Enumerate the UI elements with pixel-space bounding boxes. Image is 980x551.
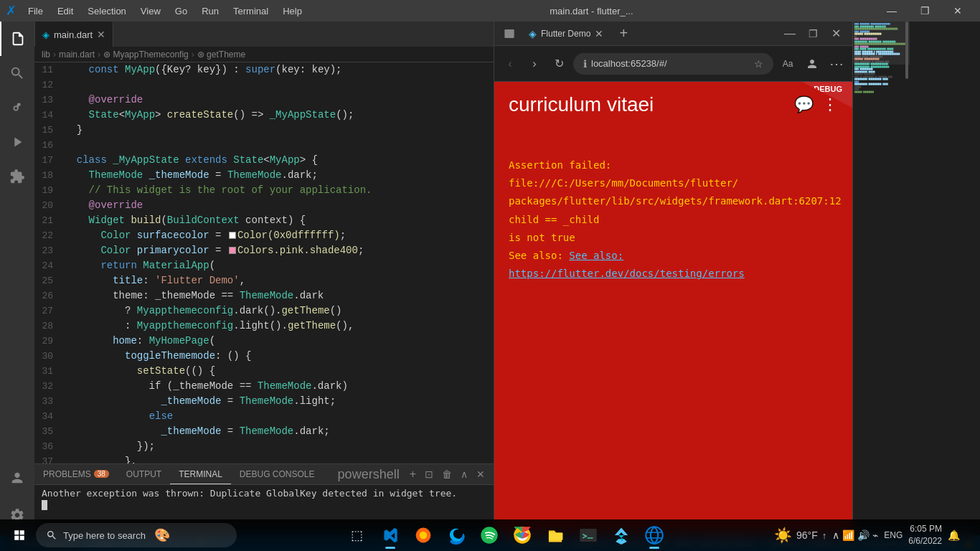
extensions-icon[interactable] bbox=[0, 159, 34, 194]
code-line-17: 17 class _MyAppState extends State<MyApp… bbox=[34, 153, 494, 168]
browser-app-title: curriculum vitaei bbox=[509, 93, 654, 116]
taskbar-flutter[interactable] bbox=[606, 519, 637, 551]
close-panel-button[interactable]: ✕ bbox=[473, 467, 488, 481]
code-line-37: 37 }, bbox=[34, 454, 494, 463]
activity-bar bbox=[0, 22, 34, 535]
window-title: main.dart - flutter_... bbox=[311, 6, 872, 17]
menu-bar: ✗ File Edit Selection View Go Run Termin… bbox=[0, 0, 980, 22]
run-debug-icon[interactable] bbox=[0, 125, 34, 159]
code-line-13: 13 @override bbox=[34, 93, 494, 108]
tab-terminal[interactable]: TERMINAL bbox=[170, 464, 231, 484]
new-browser-tab-button[interactable]: + bbox=[613, 24, 633, 44]
error-link[interactable]: See also: https://flutter.dev/docs/testi… bbox=[509, 250, 745, 279]
browser-close-button[interactable]: ✕ bbox=[825, 27, 847, 40]
menu-file[interactable]: File bbox=[22, 4, 49, 18]
start-button[interactable] bbox=[6, 522, 33, 549]
browser-favicon: ◈ bbox=[529, 28, 537, 39]
menu-help[interactable]: Help bbox=[277, 4, 308, 18]
lock-icon: ℹ bbox=[583, 58, 587, 70]
editor-area: ◈ main.dart ✕ lib › main.dart › ⊛ MyappT… bbox=[34, 22, 494, 535]
search-icon[interactable] bbox=[0, 56, 34, 90]
breadcrumb-class[interactable]: ⊛ MyappThemeconfig bbox=[103, 50, 189, 60]
notifications-button[interactable]: 🔔 bbox=[948, 529, 960, 541]
debug-badge: DEBUG bbox=[802, 82, 852, 108]
code-editor[interactable]: 11 const MyApp({Key? key}) : super(key: … bbox=[34, 62, 494, 463]
minimize-button[interactable]: — bbox=[875, 0, 908, 22]
breadcrumb-file[interactable]: main.dart bbox=[59, 50, 95, 60]
taskbar-task-view[interactable]: ⬚ bbox=[341, 519, 373, 551]
show-desktop-button[interactable] bbox=[966, 527, 974, 543]
url-input[interactable] bbox=[591, 58, 750, 69]
forward-button[interactable]: › bbox=[524, 54, 545, 74]
browser-tab-close[interactable]: ✕ bbox=[595, 28, 603, 39]
editor-tab-main-dart[interactable]: ◈ main.dart ✕ bbox=[34, 22, 113, 47]
taskbar-chrome[interactable] bbox=[507, 519, 538, 551]
source-control-icon[interactable] bbox=[0, 90, 34, 125]
svg-rect-0 bbox=[504, 29, 514, 38]
taskbar-firefox[interactable] bbox=[407, 519, 439, 551]
flutter-error: Assertion failed: file:///C:/Users/mm/Do… bbox=[494, 128, 852, 311]
tab-debug-console[interactable]: DEBUG CONSOLE bbox=[231, 464, 324, 484]
menu-run[interactable]: Run bbox=[196, 4, 225, 18]
menu-selection[interactable]: Selection bbox=[82, 4, 131, 18]
new-terminal-button[interactable]: + bbox=[407, 466, 419, 482]
code-line-27: 27 ? Myappthemeconfig.dark().getTheme() bbox=[34, 303, 494, 319]
minimap-scrollbar[interactable] bbox=[905, 22, 908, 79]
system-tray[interactable]: ∧ 📶 🔊 ⌁ bbox=[832, 529, 878, 541]
tab-label: main.dart bbox=[54, 29, 93, 40]
clock[interactable]: 6:05 PM 6/6/2022 bbox=[908, 523, 942, 547]
time-display: 6:05 PM bbox=[908, 523, 942, 535]
kill-terminal-button[interactable]: 🗑 bbox=[439, 467, 455, 481]
taskbar-spotify[interactable] bbox=[473, 519, 505, 551]
temperature: 96°F bbox=[796, 529, 818, 541]
language-icon[interactable]: ENG bbox=[884, 530, 903, 540]
maximize-button[interactable]: ❐ bbox=[908, 0, 941, 22]
back-button[interactable]: ‹ bbox=[500, 54, 520, 74]
editor-tab-bar: ◈ main.dart ✕ bbox=[34, 22, 494, 47]
taskbar-icons: ⬚ bbox=[240, 519, 771, 551]
code-line-35: 35 _themeMode = ThemeMode.dark; bbox=[34, 424, 494, 439]
taskbar-edge[interactable] bbox=[440, 519, 472, 551]
url-bar[interactable]: ℹ ☆ bbox=[573, 53, 773, 75]
code-line-36: 36 }); bbox=[34, 439, 494, 454]
window-controls: — ❐ ✕ bbox=[875, 0, 974, 22]
split-terminal-button[interactable]: ⊡ bbox=[422, 467, 436, 481]
breadcrumb-method[interactable]: ⊛ getTheme bbox=[197, 50, 245, 60]
taskbar-vscode[interactable] bbox=[374, 519, 406, 551]
code-line-32: 32 if (_themeMode == ThemeMode.dark) bbox=[34, 379, 494, 394]
tab-close-button[interactable]: ✕ bbox=[97, 29, 105, 40]
close-button[interactable]: ✕ bbox=[941, 0, 974, 22]
browser-more-button[interactable]: ⋯ bbox=[826, 54, 847, 74]
tab-output[interactable]: OUTPUT bbox=[118, 464, 170, 484]
breadcrumb-lib[interactable]: lib bbox=[42, 50, 50, 60]
taskbar-file-manager[interactable] bbox=[540, 519, 571, 551]
code-line-29: 29 home: MyHomePage( bbox=[34, 334, 494, 349]
error-line-1: Assertion failed: file:///C:/Users/mm/Do… bbox=[509, 156, 838, 192]
network-icon: 📶 bbox=[842, 529, 854, 541]
taskbar-search[interactable]: Type here to search 🎨 bbox=[36, 523, 237, 547]
reload-button[interactable]: ↻ bbox=[549, 54, 569, 74]
error-line-5: See also: See also: https://flutter.dev/… bbox=[509, 247, 838, 283]
taskbar-terminal-icon[interactable] bbox=[573, 519, 604, 551]
browser-restore-button[interactable]: ❐ bbox=[802, 28, 824, 39]
tab-problems[interactable]: PROBLEMS 38 bbox=[34, 464, 118, 484]
code-line-18: 18 ThemeMode _themeMode = ThemeMode.dark… bbox=[34, 168, 494, 183]
reader-mode-button[interactable]: Aa bbox=[778, 54, 798, 74]
taskbar-browser-active[interactable] bbox=[639, 519, 670, 551]
weather-widget[interactable]: ☀️ 96°F ↑ bbox=[774, 527, 826, 544]
code-line-24: 24 return MaterialApp( bbox=[34, 258, 494, 273]
menu-go[interactable]: Go bbox=[169, 4, 193, 18]
maximize-panel-button[interactable]: ∧ bbox=[458, 467, 471, 481]
menu-view[interactable]: View bbox=[135, 4, 166, 18]
browser-minimize-button[interactable]: — bbox=[779, 27, 801, 40]
menu-terminal[interactable]: Terminal bbox=[227, 4, 274, 18]
code-line-16: 16 bbox=[34, 138, 494, 153]
browser-tab-flutter-demo[interactable]: ◈ Flutter Demo ✕ bbox=[522, 23, 611, 44]
star-icon[interactable]: ☆ bbox=[754, 58, 763, 70]
search-placeholder: Type here to search bbox=[63, 530, 146, 541]
browser-account-button[interactable] bbox=[802, 54, 822, 74]
account-icon[interactable] bbox=[0, 461, 34, 495]
menu-edit[interactable]: Edit bbox=[52, 4, 79, 18]
explorer-icon[interactable] bbox=[0, 22, 34, 56]
taskbar-right: ☀️ 96°F ↑ ∧ 📶 🔊 ⌁ ENG 6:05 PM 6/6/2022 🔔 bbox=[774, 523, 974, 547]
